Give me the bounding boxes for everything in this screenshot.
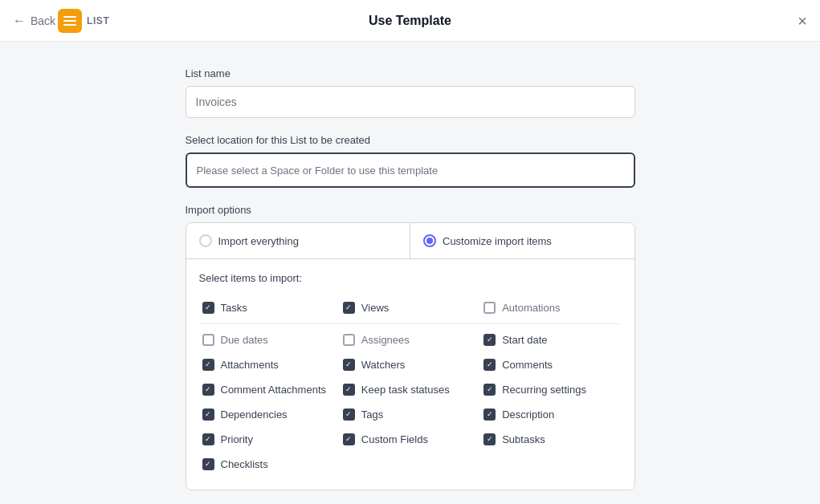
watchers-checkbox[interactable]	[343, 359, 355, 371]
customize-import-radio[interactable]	[423, 234, 436, 247]
priority-checkbox[interactable]	[202, 433, 214, 445]
list-icon-group: LIST	[58, 9, 109, 33]
list-name-label: List name	[186, 67, 635, 79]
dependencies-checkbox[interactable]	[202, 408, 214, 421]
list-name-input[interactable]	[186, 86, 635, 118]
svg-rect-1	[63, 20, 76, 22]
dependencies-item[interactable]: Dependencies	[199, 402, 340, 427]
close-button[interactable]: ×	[798, 13, 807, 29]
attachments-checkbox[interactable]	[202, 359, 214, 371]
custom-fields-label: Custom Fields	[361, 433, 428, 445]
subtasks-label: Subtasks	[502, 433, 545, 445]
automations-label: Automations	[502, 302, 560, 314]
list-icon-button[interactable]	[58, 9, 82, 33]
dependencies-label: Dependencies	[221, 408, 288, 421]
automations-item[interactable]: Automations	[480, 295, 621, 320]
page-title: Use Template	[369, 14, 451, 28]
comment-attachments-label: Comment Attachments	[221, 384, 327, 396]
main-content: List name Select location for this List …	[0, 42, 820, 504]
custom-fields-item[interactable]: Custom Fields	[340, 427, 480, 452]
recurring-settings-label: Recurring settings	[502, 384, 586, 396]
due-dates-checkbox[interactable]	[202, 334, 214, 346]
list-label: LIST	[87, 15, 109, 26]
radio-options: Import everything Customize import items	[186, 223, 634, 259]
attachments-item[interactable]: Attachments	[199, 352, 340, 377]
customize-import-option[interactable]: Customize import items	[410, 223, 634, 258]
recurring-settings-item[interactable]: Recurring settings	[480, 377, 621, 402]
keep-task-statuses-checkbox[interactable]	[343, 384, 355, 396]
tasks-item[interactable]: Tasks	[199, 295, 340, 320]
assignees-label: Assignees	[361, 334, 410, 346]
description-checkbox[interactable]	[483, 408, 496, 421]
back-button[interactable]: ← Back	[13, 14, 55, 28]
svg-rect-2	[63, 24, 76, 26]
form-container: List name Select location for this List …	[186, 67, 635, 504]
import-everything-radio[interactable]	[199, 234, 212, 247]
recurring-settings-checkbox[interactable]	[483, 384, 496, 396]
import-everything-option[interactable]: Import everything	[186, 223, 411, 258]
checklists-label: Checklists	[221, 458, 268, 470]
tasks-label: Tasks	[221, 302, 247, 314]
automations-checkbox[interactable]	[483, 302, 496, 314]
comments-label: Comments	[502, 359, 553, 371]
list-name-group: List name	[186, 67, 635, 118]
start-date-checkbox[interactable]	[483, 334, 496, 346]
import-options-container: Import everything Customize import items…	[186, 222, 635, 490]
location-placeholder: Please select a Space or Folder to use t…	[197, 165, 439, 177]
back-arrow-icon: ←	[13, 14, 26, 28]
customize-import-label: Customize import items	[443, 235, 552, 247]
divider-1	[199, 323, 622, 324]
description-label: Description	[502, 408, 554, 421]
comments-item[interactable]: Comments	[480, 352, 621, 377]
tags-checkbox[interactable]	[343, 408, 355, 421]
comments-checkbox[interactable]	[483, 359, 496, 371]
tags-label: Tags	[361, 408, 383, 421]
import-options-group: Import options Import everything Customi…	[186, 204, 635, 490]
location-input[interactable]: Please select a Space or Folder to use t…	[186, 152, 635, 188]
back-label: Back	[31, 14, 55, 27]
keep-task-statuses-label: Keep task statuses	[361, 384, 450, 396]
priority-label: Priority	[221, 433, 253, 445]
tasks-checkbox[interactable]	[202, 302, 214, 314]
svg-rect-0	[63, 16, 76, 18]
assignees-item[interactable]: Assignees	[340, 327, 480, 352]
assignees-checkbox[interactable]	[343, 334, 355, 346]
checklists-item[interactable]: Checklists	[199, 452, 340, 477]
watchers-label: Watchers	[361, 359, 405, 371]
due-dates-item[interactable]: Due dates	[199, 327, 340, 352]
header: ← Back LIST Use Template ×	[0, 0, 820, 42]
subtasks-checkbox[interactable]	[483, 433, 496, 445]
priority-item[interactable]: Priority	[199, 427, 340, 452]
views-label: Views	[361, 302, 389, 314]
select-items-section: Select items to import: Tasks Views	[186, 259, 634, 490]
description-item[interactable]: Description	[480, 402, 621, 427]
tags-item[interactable]: Tags	[340, 402, 480, 427]
location-group: Select location for this List to be crea…	[186, 134, 635, 188]
items-grid: Tasks Views Automations	[199, 295, 622, 477]
import-options-label: Import options	[186, 204, 635, 216]
watchers-item[interactable]: Watchers	[340, 352, 480, 377]
import-everything-label: Import everything	[218, 235, 299, 247]
comment-attachments-checkbox[interactable]	[202, 384, 214, 396]
select-items-label: Select items to import:	[199, 272, 622, 284]
start-date-label: Start date	[502, 334, 547, 346]
custom-fields-checkbox[interactable]	[343, 433, 355, 445]
views-item[interactable]: Views	[340, 295, 480, 320]
attachments-label: Attachments	[221, 359, 279, 371]
subtasks-item[interactable]: Subtasks	[480, 427, 621, 452]
start-date-item[interactable]: Start date	[480, 327, 621, 352]
list-menu-icon	[63, 16, 76, 26]
comment-attachments-item[interactable]: Comment Attachments	[199, 377, 340, 402]
views-checkbox[interactable]	[343, 302, 355, 314]
due-dates-label: Due dates	[221, 334, 268, 346]
location-label: Select location for this List to be crea…	[186, 134, 635, 146]
keep-task-statuses-item[interactable]: Keep task statuses	[340, 377, 480, 402]
checklists-checkbox[interactable]	[202, 458, 214, 470]
